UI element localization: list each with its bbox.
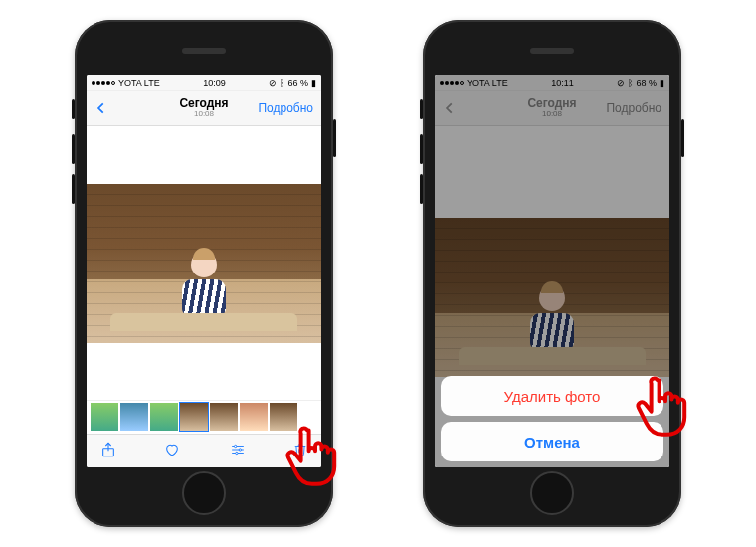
thumbnail-selected[interactable] xyxy=(180,403,208,431)
screen-left: YOTA LTE 10:09 ⊘ ᛒ 66 % ▮ Сегодня 10:08 xyxy=(87,75,321,467)
delete-photo-button[interactable]: Удалить фото xyxy=(441,376,663,416)
bluetooth-icon: ᛒ xyxy=(280,78,284,88)
photo-viewer[interactable] xyxy=(87,126,321,400)
signal-icon xyxy=(92,81,115,85)
phone-device-right: YOTA LTE 10:11 ⊘ ᛒ 68 % ▮ Сегодня 10:08 xyxy=(423,20,681,527)
thumbnail[interactable] xyxy=(240,403,268,431)
photo-content xyxy=(87,184,321,343)
trash-icon[interactable] xyxy=(293,441,307,462)
action-sheet: Удалить фото Отмена xyxy=(441,370,663,461)
details-button[interactable]: Подробно xyxy=(254,101,313,115)
thumbnail[interactable] xyxy=(91,403,118,431)
clock: 10:09 xyxy=(203,78,226,88)
nav-bar: Сегодня 10:08 Подробно xyxy=(87,91,321,126)
thumbnail[interactable] xyxy=(120,403,148,431)
cancel-button[interactable]: Отмена xyxy=(441,422,663,461)
phone-device-left: YOTA LTE 10:09 ⊘ ᛒ 66 % ▮ Сегодня 10:08 xyxy=(75,20,333,527)
thumbnail[interactable] xyxy=(150,403,178,431)
battery-label: 66 % xyxy=(287,78,308,88)
screen-right: YOTA LTE 10:11 ⊘ ᛒ 68 % ▮ Сегодня 10:08 xyxy=(435,75,669,467)
carrier-label: YOTA LTE xyxy=(118,78,160,88)
rotation-lock-icon: ⊘ xyxy=(269,78,277,88)
svg-point-5 xyxy=(239,448,241,450)
share-icon[interactable] xyxy=(100,441,116,462)
thumbnail[interactable] xyxy=(210,403,238,431)
battery-icon: ▮ xyxy=(311,78,316,88)
nav-title: Сегодня xyxy=(179,97,228,110)
nav-subtitle: 10:08 xyxy=(179,110,228,119)
back-button[interactable] xyxy=(94,101,154,115)
heart-icon[interactable] xyxy=(163,442,181,461)
thumbnail[interactable] xyxy=(270,403,297,431)
sliders-icon[interactable] xyxy=(229,443,247,460)
status-bar: YOTA LTE 10:09 ⊘ ᛒ 66 % ▮ xyxy=(87,75,321,91)
svg-point-7 xyxy=(235,452,237,454)
bottom-toolbar xyxy=(87,434,321,467)
svg-point-3 xyxy=(234,445,236,447)
thumbnail-strip[interactable] xyxy=(87,400,321,434)
